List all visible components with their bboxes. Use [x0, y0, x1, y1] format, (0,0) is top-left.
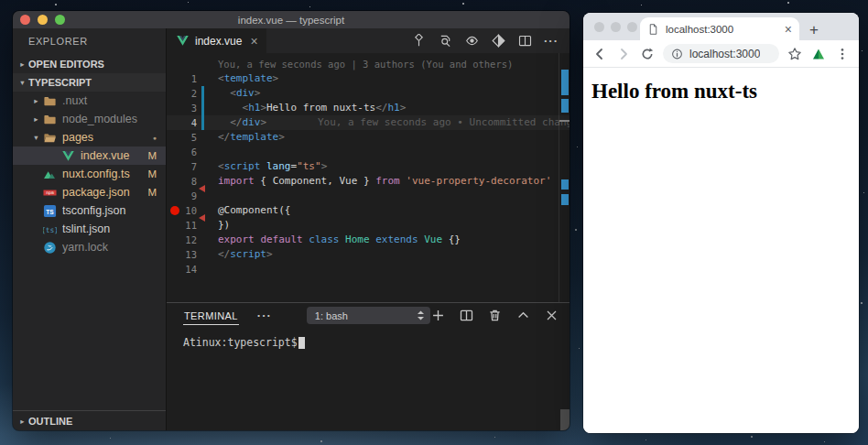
file-name: pages — [62, 131, 153, 144]
gutter[interactable]: 5 — [167, 130, 218, 145]
file-row-nuxt.config.ts[interactable]: nuxt.config.tsM — [13, 165, 166, 183]
search-file-icon[interactable] — [438, 34, 452, 49]
line-number: 9 — [167, 189, 197, 203]
gutter[interactable]: 12 — [167, 233, 218, 247]
minimize-window-button[interactable] — [611, 22, 621, 32]
code-line-13[interactable]: 13</script> — [167, 247, 570, 262]
shell-select-value: 1: bash — [315, 310, 416, 321]
kill-terminal-icon[interactable] — [487, 309, 502, 323]
back-icon[interactable] — [591, 46, 608, 62]
terminal-panel: TERMINAL ··· 1: bash — [167, 302, 570, 430]
terminal-output[interactable]: Atinux:typescript$ — [167, 328, 570, 349]
file-row-tsconfig.json[interactable]: TStsconfig.json — [13, 201, 166, 220]
terminal-shell-select[interactable]: 1: bash — [307, 307, 430, 324]
browser-tab[interactable]: localhost:3000 × — [640, 17, 799, 40]
toggle-blame-icon[interactable] — [464, 34, 479, 49]
more-actions-icon[interactable]: ··· — [544, 34, 559, 49]
file-row-.nuxt[interactable]: ▸.nuxt — [13, 92, 166, 110]
minimize-window-button[interactable] — [38, 15, 48, 25]
open-changes-icon[interactable] — [491, 34, 505, 49]
line-number: 12 — [167, 233, 197, 247]
code-text: <div> — [218, 86, 260, 101]
close-window-button[interactable] — [594, 22, 604, 32]
code-line-1[interactable]: 1<template> — [167, 71, 570, 86]
code-line-7[interactable]: 7<script lang="ts"> — [167, 159, 570, 174]
terminal-more-icon[interactable]: ··· — [257, 309, 272, 322]
address-bar[interactable]: localhost:3000 — [663, 44, 779, 63]
split-editor-icon[interactable] — [517, 34, 532, 49]
open-editors-section[interactable]: ▸ OPEN EDITORS — [13, 55, 166, 73]
code-line-4[interactable]: 4 </div>You, a few seconds ago • Uncommi… — [167, 115, 570, 130]
maximize-panel-icon[interactable] — [515, 309, 530, 323]
reload-icon[interactable] — [639, 46, 656, 62]
outline-section[interactable]: ▸ OUTLINE — [13, 410, 166, 430]
code-line-6[interactable]: 6 — [167, 145, 570, 159]
gutter[interactable]: 9 — [167, 189, 218, 203]
code-line-9[interactable]: 9 — [167, 189, 570, 203]
ruler-mark — [561, 179, 569, 190]
line-number: 11 — [167, 218, 197, 233]
gutter[interactable]: 14 — [167, 262, 218, 277]
zoom-window-button[interactable] — [55, 15, 65, 25]
file-row-pages[interactable]: ▾pages● — [13, 128, 166, 147]
vscode-titlebar[interactable]: index.vue — typescript — [13, 11, 570, 28]
gutter[interactable]: 10 — [167, 203, 218, 218]
code-text: @Component({ — [218, 203, 290, 218]
gutter[interactable]: 1 — [167, 71, 218, 86]
close-tab-icon[interactable]: × — [785, 23, 792, 36]
terminal-tab[interactable]: TERMINAL — [183, 307, 239, 325]
code-area: 1<template>2 <div>3 <h1>Hello from nuxt-… — [167, 71, 570, 277]
ruler-mark — [561, 194, 569, 205]
file-row-node_modules[interactable]: ▸node_modules — [13, 110, 166, 128]
zoom-window-button[interactable] — [627, 22, 637, 32]
split-terminal-icon[interactable] — [459, 309, 473, 323]
code-line-11[interactable]: 11}) — [167, 218, 570, 233]
close-tab-icon[interactable]: × — [250, 35, 257, 48]
code-line-5[interactable]: 5</template> — [167, 130, 570, 145]
overview-ruler[interactable] — [559, 53, 570, 302]
browser-menu-icon[interactable] — [834, 46, 851, 62]
tab-index-vue[interactable]: index.vue × — [167, 28, 266, 53]
gutter[interactable]: 8 — [167, 174, 218, 189]
gutter[interactable]: 6 — [167, 145, 218, 159]
window-title: index.vue — typescript — [13, 15, 570, 26]
explorer-header: EXPLORER — [13, 28, 166, 55]
blame-annotation[interactable]: You, a few seconds ago | 3 authors (You … — [167, 57, 570, 71]
gutter[interactable]: 7 — [167, 159, 218, 174]
file-name: tslint.json — [62, 222, 166, 235]
close-panel-icon[interactable] — [544, 309, 559, 323]
file-name: index.vue — [81, 149, 147, 162]
code-editor[interactable]: You, a few seconds ago | 3 authors (You … — [167, 53, 570, 302]
bookmark-star-icon[interactable] — [787, 46, 803, 62]
workspace-section[interactable]: ▾ TYPESCRIPT — [13, 73, 166, 92]
file-name: package.json — [62, 186, 147, 199]
gutter[interactable]: 4 — [167, 115, 218, 130]
gitlens-icon[interactable] — [411, 34, 426, 49]
file-name: yarn.lock — [62, 241, 166, 254]
code-line-14[interactable]: 14 — [167, 262, 570, 277]
site-info-icon[interactable] — [671, 48, 683, 60]
code-line-8[interactable]: 8import { Component, Vue } from 'vue-pro… — [167, 174, 570, 189]
gutter[interactable]: 11 — [167, 218, 218, 233]
file-row-tslint.json[interactable]: {ts}tslint.json — [13, 220, 166, 238]
code-line-12[interactable]: 12export default class Home extends Vue … — [167, 233, 570, 247]
file-row-package.json[interactable]: npmpackage.jsonM — [13, 183, 166, 201]
code-line-10[interactable]: 10@Component({ — [167, 203, 570, 218]
gutter[interactable]: 2 — [167, 86, 218, 101]
vscode-window: index.vue — typescript EXPLORER ▸ OPEN E… — [13, 11, 570, 430]
terminal-scrollbar[interactable] — [560, 409, 570, 430]
extension-icon[interactable] — [810, 46, 827, 62]
gutter[interactable]: 13 — [167, 247, 218, 262]
close-window-button[interactable] — [20, 15, 30, 25]
ruler-mark — [561, 70, 569, 95]
new-terminal-icon[interactable] — [430, 309, 445, 323]
code-line-2[interactable]: 2 <div> — [167, 86, 570, 101]
code-line-3[interactable]: 3 <h1>Hello from nuxt-ts</h1> — [167, 101, 570, 115]
file-row-yarn.lock[interactable]: yarn.lock — [13, 238, 166, 256]
gutter[interactable]: 3 — [167, 101, 218, 115]
forward-icon[interactable] — [615, 46, 632, 62]
file-row-index.vue[interactable]: index.vueM — [13, 147, 166, 165]
new-tab-button[interactable]: + — [809, 22, 819, 38]
line-number: 5 — [167, 130, 197, 145]
code-text: <h1>Hello from nuxt-ts</h1> — [218, 101, 406, 115]
